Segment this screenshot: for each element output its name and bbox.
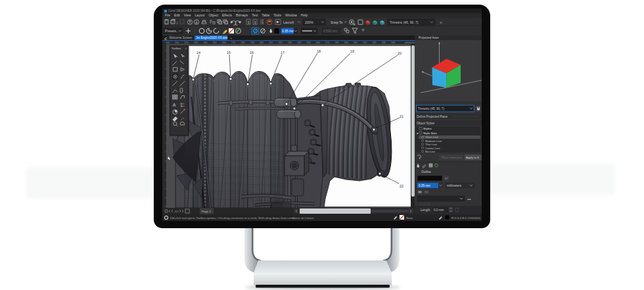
svg-text:»: » bbox=[440, 20, 442, 25]
svg-text:Snap To: Snap To bbox=[331, 20, 342, 24]
svg-text:Dbl-click tool opens Toolbox o: Dbl-click tool opens Toolbox options; Ct… bbox=[170, 216, 296, 220]
svg-text:Curve on Lineart: Curve on Lineart bbox=[292, 216, 314, 220]
svg-text:Medium Line: Medium Line bbox=[425, 139, 442, 143]
svg-text:Apply to S: Apply to S bbox=[466, 156, 479, 159]
svg-text:17: 17 bbox=[281, 51, 285, 55]
svg-text:1: 1 bbox=[247, 20, 250, 24]
svg-text:Object Styles: Object Styles bbox=[417, 122, 435, 125]
svg-text:0.35 mm: 0.35 mm bbox=[282, 30, 294, 33]
svg-text:Style Sets: Style Sets bbox=[423, 132, 438, 135]
svg-text:Trimetric (45, 90, 7): Trimetric (45, 90, 7) bbox=[418, 107, 444, 110]
svg-text:•••: ••• bbox=[467, 197, 471, 201]
svg-text:Projected Axes: Projected Axes bbox=[419, 36, 439, 39]
svg-text:200%: 200% bbox=[305, 20, 313, 24]
svg-text:0.35 mm: 0.35 mm bbox=[419, 184, 430, 187]
svg-text:15: 15 bbox=[227, 51, 231, 55]
svg-text:14: 14 bbox=[196, 51, 200, 55]
svg-text:1: 1 bbox=[254, 20, 256, 24]
svg-text:Outline: Outline bbox=[421, 170, 431, 174]
svg-text:Define Projected Plane: Define Projected Plane bbox=[417, 115, 448, 118]
svg-text:Launch: Launch bbox=[283, 20, 294, 24]
svg-text:Place Selection: Place Selection bbox=[442, 156, 462, 159]
svg-text:Styles: Styles bbox=[423, 127, 432, 130]
svg-text:16: 16 bbox=[250, 51, 254, 55]
svg-text:Page 1: Page 1 bbox=[202, 210, 211, 213]
svg-text:Welcome Screen: Welcome Screen bbox=[170, 36, 193, 39]
svg-text:1/2: 1/2 bbox=[175, 210, 179, 213]
svg-text:18: 18 bbox=[317, 49, 321, 53]
svg-text:0.0 mm: 0.0 mm bbox=[434, 208, 444, 212]
svg-text:21: 21 bbox=[400, 114, 403, 118]
svg-text:Length:: Length: bbox=[421, 208, 430, 212]
svg-text:Thin Line: Thin Line bbox=[425, 143, 438, 146]
svg-text:No Line: No Line bbox=[425, 150, 436, 153]
svg-text:Thick Line: Thick Line bbox=[425, 135, 439, 139]
svg-text:None: None bbox=[406, 216, 413, 220]
svg-text:A: A bbox=[173, 103, 176, 108]
svg-text:+: + bbox=[230, 36, 233, 40]
svg-text:Center Line: Center Line bbox=[425, 147, 440, 150]
svg-text:22: 22 bbox=[400, 184, 403, 188]
svg-text:Jet Engine2020-XX.des: Jet Engine2020-XX.des bbox=[196, 36, 228, 39]
svg-text:□ □□ □□: □ □□ □□ bbox=[420, 203, 430, 206]
svg-text:millimeters: millimeters bbox=[447, 184, 462, 187]
svg-text:Presets...: Presets... bbox=[165, 29, 179, 33]
svg-text:19: 19 bbox=[350, 49, 354, 53]
svg-text:Trimetric (45, 90, 7): Trimetric (45, 90, 7) bbox=[390, 20, 419, 24]
svg-text:20: 20 bbox=[398, 51, 402, 55]
svg-text:0.500 mm: 0.500 mm bbox=[323, 30, 337, 33]
svg-text:R:0 G:0 B:0 (#000000): R:0 G:0 B:0 (#000000) bbox=[451, 216, 481, 220]
